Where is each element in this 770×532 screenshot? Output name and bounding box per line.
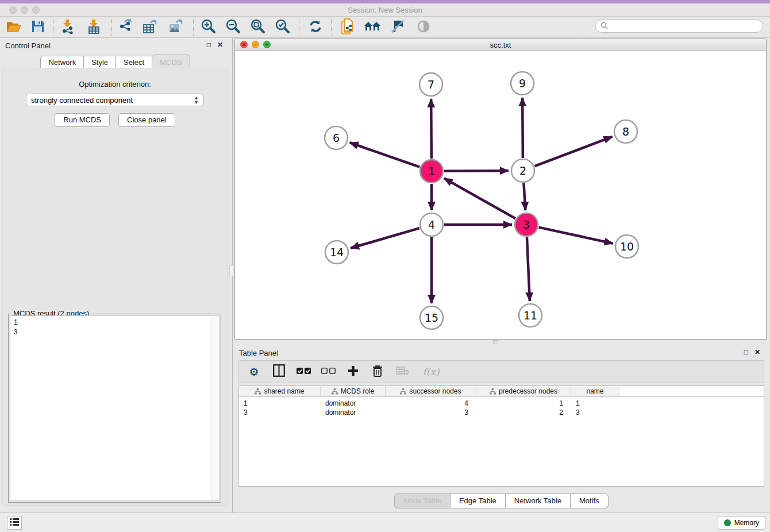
graph-edge-2-9[interactable] — [522, 98, 523, 158]
graph-node-2[interactable]: 2 — [511, 159, 534, 182]
delete-table-button[interactable] — [395, 364, 409, 379]
graph-node-1[interactable]: 1 — [420, 160, 443, 183]
mcds-result-area[interactable]: 1 3 — [10, 315, 220, 501]
export-network-button[interactable] — [115, 18, 136, 36]
create-column-button[interactable] — [346, 364, 360, 379]
import-table-button[interactable] — [84, 18, 105, 36]
graph-node-9[interactable]: 9 — [511, 72, 534, 95]
graph-node-label: 15 — [425, 311, 438, 324]
graph-edge-3-11[interactable] — [527, 237, 530, 301]
duplicate-network-icon — [341, 18, 355, 37]
horizontal-splitter-handle[interactable] — [493, 340, 498, 344]
graph-edge-3-10[interactable] — [538, 228, 613, 244]
cell-successor-nodes: 3 — [386, 408, 476, 417]
zoom-selected-button[interactable] — [272, 18, 293, 36]
graph-node-label: 10 — [620, 240, 634, 253]
result-scrollbar[interactable] — [211, 316, 219, 500]
float-table-panel-icon[interactable]: □ — [744, 349, 748, 356]
graph-node-11[interactable]: 11 — [519, 304, 542, 327]
deselect-all-rows-button[interactable] — [321, 364, 335, 379]
save-icon — [32, 20, 44, 35]
graph-node-6[interactable]: 6 — [325, 126, 348, 149]
float-panel-icon[interactable]: □ — [207, 41, 211, 48]
zoom-selected-icon — [275, 19, 290, 36]
optimization-criterion-select[interactable]: strongly connected component ▲▼ — [26, 94, 204, 106]
control-panel-title: Control Panel — [5, 41, 51, 50]
network-graph[interactable]: 7968124314101511 — [235, 51, 766, 339]
graph-node-7[interactable]: 7 — [419, 73, 442, 96]
graph-edge-2-3[interactable] — [523, 183, 525, 210]
graph-node-14[interactable]: 14 — [325, 241, 348, 264]
network-view-window: ✕ − + scc.txt 7968124314101511 — [234, 38, 767, 340]
graph-edge-1-6[interactable] — [350, 142, 420, 167]
search-input[interactable] — [611, 21, 763, 32]
memory-button[interactable]: Memory — [718, 516, 765, 530]
column-header-successor-nodes[interactable]: successor nodes — [386, 386, 476, 396]
graph-node-4[interactable]: 4 — [420, 213, 443, 236]
graph-node-label: 6 — [333, 132, 340, 144]
graph-node-15[interactable]: 15 — [420, 306, 443, 329]
status-bar: Memory — [0, 512, 770, 532]
table-row[interactable]: 1 dominator 4 1 1 — [239, 399, 764, 408]
zoom-fit-button[interactable] — [248, 18, 268, 36]
select-all-rows-button[interactable] — [297, 364, 310, 379]
export-image-button[interactable] — [165, 18, 186, 36]
export-table-icon — [143, 19, 157, 36]
run-mcds-button[interactable]: Run MCDS — [55, 113, 110, 127]
graph-edge-3-1[interactable] — [444, 178, 515, 218]
refresh-view-button[interactable] — [305, 18, 326, 36]
table-settings-button[interactable]: ⚙ — [247, 364, 261, 379]
main-titlebar: Session: New Session — [0, 3, 770, 17]
node-table[interactable]: shared name MCDS role successor nodes pr… — [238, 385, 764, 487]
table-panel-title: Table Panel — [239, 349, 278, 357]
zoom-fit-icon — [251, 19, 265, 36]
export-table-button[interactable] — [140, 18, 160, 36]
cell-mcds-role: dominator — [321, 399, 386, 408]
graph-edge-2-8[interactable] — [535, 137, 613, 166]
column-header-predecessor-nodes[interactable]: predecessor nodes — [476, 386, 571, 396]
hierarchy-icon — [255, 388, 261, 395]
show-log-button[interactable] — [7, 516, 22, 530]
duplicate-network-button[interactable] — [337, 18, 358, 36]
open-session-button[interactable] — [3, 18, 24, 36]
graph-node-8[interactable]: 8 — [614, 120, 637, 143]
zoom-in-button[interactable] — [198, 18, 219, 36]
graph-edge-4-14[interactable] — [351, 228, 419, 248]
show-graphics-details-button[interactable] — [413, 18, 434, 36]
cell-name: 3 — [571, 408, 619, 417]
tab-network-table[interactable]: Network Table — [506, 494, 571, 508]
delete-column-button[interactable] — [371, 364, 384, 379]
header-empty-space — [619, 386, 764, 396]
column-header-shared-name[interactable]: shared name — [239, 386, 321, 396]
graph-node-10[interactable]: 10 — [615, 235, 638, 258]
vertical-splitter-handle[interactable] — [229, 265, 233, 276]
control-panel: Control Panel □ ✕ Network Style Select M… — [0, 38, 230, 510]
tab-edge-table[interactable]: Edge Table — [451, 494, 506, 508]
hierarchy-icon — [332, 388, 338, 395]
graph-edge-1-7[interactable] — [431, 99, 432, 159]
import-network-button[interactable] — [57, 18, 78, 36]
cell-predecessor-nodes: 2 — [476, 408, 571, 417]
close-panel-icon[interactable]: ✕ — [217, 41, 223, 48]
tab-motifs[interactable]: Motifs — [571, 494, 609, 508]
zoom-out-button[interactable] — [223, 18, 244, 36]
graph-node-3[interactable]: 3 — [515, 213, 538, 236]
function-builder-button[interactable]: f(x) — [420, 364, 442, 379]
home-button[interactable] — [362, 18, 383, 36]
graph-edge-1-2[interactable] — [444, 171, 509, 171]
search-field[interactable] — [595, 20, 763, 33]
tab-node-table[interactable]: Node Table — [394, 494, 451, 508]
graph-node-label: 7 — [428, 78, 434, 91]
close-table-panel-icon[interactable]: ✕ — [754, 349, 760, 356]
column-header-mcds-role[interactable]: MCDS role — [321, 386, 386, 396]
save-session-button[interactable] — [28, 18, 48, 36]
network-window-titlebar[interactable]: ✕ − + scc.txt — [235, 38, 766, 51]
close-panel-button[interactable]: Close panel — [118, 113, 175, 127]
network-canvas[interactable]: 7968124314101511 — [235, 51, 766, 339]
table-row[interactable]: 3 dominator 3 2 3 — [239, 408, 764, 417]
column-header-name[interactable]: name — [571, 386, 619, 396]
import-table-icon — [88, 19, 101, 36]
hide-graphics-details-button[interactable] — [387, 18, 408, 36]
table-panel: Table Panel □ ✕ ⚙ — [235, 345, 768, 511]
column-visibility-button[interactable] — [272, 364, 286, 379]
